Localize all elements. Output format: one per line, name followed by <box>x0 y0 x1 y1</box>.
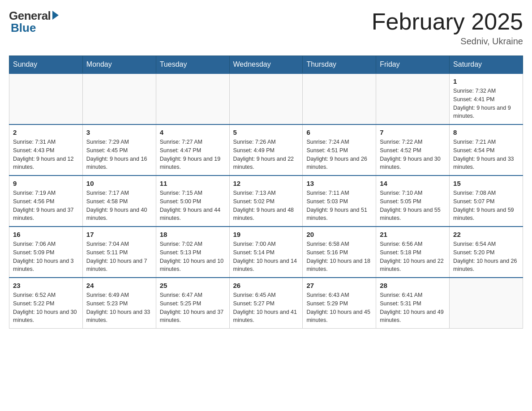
calendar-cell: 18Sunrise: 7:02 AMSunset: 5:13 PMDayligh… <box>156 227 229 278</box>
calendar-cell: 25Sunrise: 6:47 AMSunset: 5:25 PMDayligh… <box>156 278 229 329</box>
calendar-week-1: 1Sunrise: 7:32 AMSunset: 4:41 PMDaylight… <box>9 73 523 124</box>
day-number: 9 <box>13 180 79 187</box>
calendar-cell: 12Sunrise: 7:13 AMSunset: 5:02 PMDayligh… <box>229 176 303 227</box>
calendar-cell: 17Sunrise: 7:04 AMSunset: 5:11 PMDayligh… <box>82 227 156 278</box>
day-number: 2 <box>13 128 79 136</box>
calendar-cell: 10Sunrise: 7:17 AMSunset: 4:58 PMDayligh… <box>82 176 156 227</box>
day-info: Sunrise: 6:58 AMSunset: 5:16 PMDaylight:… <box>306 240 372 274</box>
day-number: 13 <box>306 180 372 187</box>
calendar-cell: 5Sunrise: 7:26 AMSunset: 4:49 PMDaylight… <box>229 124 303 176</box>
day-number: 11 <box>160 180 226 187</box>
day-number: 19 <box>233 231 299 238</box>
logo: General Blue <box>9 9 59 35</box>
day-header-tuesday: Tuesday <box>156 56 229 74</box>
day-info: Sunrise: 6:43 AMSunset: 5:29 PMDaylight:… <box>306 291 372 325</box>
day-number: 21 <box>380 231 446 238</box>
calendar-cell <box>450 278 523 329</box>
calendar-cell: 19Sunrise: 7:00 AMSunset: 5:14 PMDayligh… <box>229 227 303 278</box>
day-number: 7 <box>380 128 446 136</box>
day-number: 25 <box>160 282 226 289</box>
day-number: 10 <box>86 180 152 187</box>
day-info: Sunrise: 7:21 AMSunset: 4:54 PMDaylight:… <box>453 138 519 171</box>
calendar-cell: 21Sunrise: 6:56 AMSunset: 5:18 PMDayligh… <box>376 227 450 278</box>
title-block: February 2025 Sedniv, Ukraine <box>372 9 523 47</box>
day-info: Sunrise: 7:24 AMSunset: 4:51 PMDaylight:… <box>306 138 372 171</box>
page-header: General Blue February 2025 Sedniv, Ukrai… <box>9 9 523 47</box>
calendar-cell: 11Sunrise: 7:15 AMSunset: 5:00 PMDayligh… <box>156 176 229 227</box>
calendar-cell: 13Sunrise: 7:11 AMSunset: 5:03 PMDayligh… <box>303 176 376 227</box>
calendar-cell: 9Sunrise: 7:19 AMSunset: 4:56 PMDaylight… <box>9 176 83 227</box>
day-info: Sunrise: 7:06 AMSunset: 5:09 PMDaylight:… <box>13 240 79 274</box>
day-header-thursday: Thursday <box>303 56 376 74</box>
day-number: 8 <box>453 128 519 136</box>
calendar-cell: 6Sunrise: 7:24 AMSunset: 4:51 PMDaylight… <box>303 124 376 176</box>
day-number: 17 <box>86 231 152 238</box>
calendar-cell: 3Sunrise: 7:29 AMSunset: 4:45 PMDaylight… <box>82 124 156 176</box>
day-info: Sunrise: 7:13 AMSunset: 5:02 PMDaylight:… <box>233 189 299 223</box>
calendar-cell: 8Sunrise: 7:21 AMSunset: 4:54 PMDaylight… <box>450 124 523 176</box>
day-info: Sunrise: 6:49 AMSunset: 5:23 PMDaylight:… <box>86 291 152 325</box>
calendar-cell <box>376 73 450 124</box>
day-number: 14 <box>380 180 446 187</box>
day-number: 5 <box>233 128 299 136</box>
calendar-cell: 26Sunrise: 6:45 AMSunset: 5:27 PMDayligh… <box>229 278 303 329</box>
day-info: Sunrise: 7:22 AMSunset: 4:52 PMDaylight:… <box>380 138 446 171</box>
calendar-cell <box>229 73 303 124</box>
day-number: 27 <box>306 282 372 289</box>
day-number: 6 <box>306 128 372 136</box>
calendar-cell: 16Sunrise: 7:06 AMSunset: 5:09 PMDayligh… <box>9 227 83 278</box>
day-info: Sunrise: 7:32 AMSunset: 4:41 PMDaylight:… <box>453 87 519 120</box>
calendar-cell <box>156 73 229 124</box>
calendar-week-5: 23Sunrise: 6:52 AMSunset: 5:22 PMDayligh… <box>9 278 523 329</box>
day-header-sunday: Sunday <box>9 56 83 74</box>
day-info: Sunrise: 7:04 AMSunset: 5:11 PMDaylight:… <box>86 240 152 274</box>
month-title: February 2025 <box>372 9 523 34</box>
day-number: 18 <box>160 231 226 238</box>
day-info: Sunrise: 6:45 AMSunset: 5:27 PMDaylight:… <box>233 291 299 325</box>
day-info: Sunrise: 7:02 AMSunset: 5:13 PMDaylight:… <box>160 240 226 274</box>
calendar-cell: 7Sunrise: 7:22 AMSunset: 4:52 PMDaylight… <box>376 124 450 176</box>
calendar-cell: 20Sunrise: 6:58 AMSunset: 5:16 PMDayligh… <box>303 227 376 278</box>
day-info: Sunrise: 6:41 AMSunset: 5:31 PMDaylight:… <box>380 291 446 325</box>
calendar-table: SundayMondayTuesdayWednesdayThursdayFrid… <box>9 56 523 329</box>
day-header-friday: Friday <box>376 56 450 74</box>
calendar-week-2: 2Sunrise: 7:31 AMSunset: 4:43 PMDaylight… <box>9 124 523 176</box>
day-header-wednesday: Wednesday <box>229 56 303 74</box>
calendar-cell <box>82 73 156 124</box>
day-number: 15 <box>453 180 519 187</box>
location-text: Sedniv, Ukraine <box>372 36 523 47</box>
logo-triangle-icon <box>52 11 59 20</box>
day-number: 1 <box>453 77 519 85</box>
day-info: Sunrise: 7:10 AMSunset: 5:05 PMDaylight:… <box>380 189 446 223</box>
day-info: Sunrise: 7:11 AMSunset: 5:03 PMDaylight:… <box>306 189 372 223</box>
calendar-cell <box>9 73 83 124</box>
calendar-week-3: 9Sunrise: 7:19 AMSunset: 4:56 PMDaylight… <box>9 176 523 227</box>
day-info: Sunrise: 7:29 AMSunset: 4:45 PMDaylight:… <box>86 138 152 171</box>
day-number: 16 <box>13 231 79 238</box>
day-info: Sunrise: 7:08 AMSunset: 5:07 PMDaylight:… <box>453 189 519 223</box>
day-number: 12 <box>233 180 299 187</box>
day-number: 4 <box>160 128 226 136</box>
day-number: 23 <box>13 282 79 289</box>
calendar-cell <box>303 73 376 124</box>
day-info: Sunrise: 7:15 AMSunset: 5:00 PMDaylight:… <box>160 189 226 223</box>
calendar-cell: 24Sunrise: 6:49 AMSunset: 5:23 PMDayligh… <box>82 278 156 329</box>
calendar-cell: 4Sunrise: 7:27 AMSunset: 4:47 PMDaylight… <box>156 124 229 176</box>
day-info: Sunrise: 6:52 AMSunset: 5:22 PMDaylight:… <box>13 291 79 325</box>
calendar-cell: 28Sunrise: 6:41 AMSunset: 5:31 PMDayligh… <box>376 278 450 329</box>
day-info: Sunrise: 6:54 AMSunset: 5:20 PMDaylight:… <box>453 240 519 274</box>
day-info: Sunrise: 7:19 AMSunset: 4:56 PMDaylight:… <box>13 189 79 223</box>
day-info: Sunrise: 7:27 AMSunset: 4:47 PMDaylight:… <box>160 138 226 171</box>
day-info: Sunrise: 7:31 AMSunset: 4:43 PMDaylight:… <box>13 138 79 171</box>
calendar-cell: 1Sunrise: 7:32 AMSunset: 4:41 PMDaylight… <box>450 73 523 124</box>
day-number: 26 <box>233 282 299 289</box>
logo-blue-text: Blue <box>11 21 36 35</box>
calendar-cell: 22Sunrise: 6:54 AMSunset: 5:20 PMDayligh… <box>450 227 523 278</box>
calendar-cell: 14Sunrise: 7:10 AMSunset: 5:05 PMDayligh… <box>376 176 450 227</box>
day-header-monday: Monday <box>82 56 156 74</box>
day-number: 20 <box>306 231 372 238</box>
day-info: Sunrise: 7:17 AMSunset: 4:58 PMDaylight:… <box>86 189 152 223</box>
calendar-cell: 2Sunrise: 7:31 AMSunset: 4:43 PMDaylight… <box>9 124 83 176</box>
calendar-week-4: 16Sunrise: 7:06 AMSunset: 5:09 PMDayligh… <box>9 227 523 278</box>
day-header-saturday: Saturday <box>450 56 523 74</box>
